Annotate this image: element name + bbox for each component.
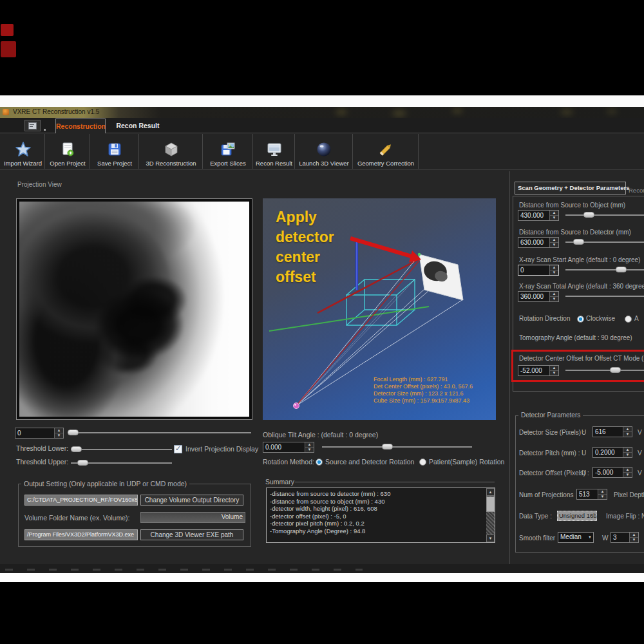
toolbar-button-recon-result[interactable]: Recon Result — [254, 134, 295, 169]
data-type-value-button[interactable]: Unsigned 16b — [557, 511, 597, 521]
change-volume-dir-button[interactable]: Change Volume Output Directory — [140, 495, 243, 506]
detector-size-u-spinner[interactable]: 616 ▲▼ — [592, 426, 632, 437]
smooth-filter-dropdown[interactable]: Median ▼ — [558, 532, 594, 543]
chevron-down-icon: ▼ — [588, 535, 592, 539]
tab-recon-result[interactable]: Recon Result — [106, 118, 170, 133]
change-exe-path-button[interactable]: Change 3D Viewer EXE path — [140, 529, 243, 540]
summary-group-line — [295, 482, 495, 482]
scan-total-angle-spinner[interactable]: 360.000 ▲▼ — [518, 291, 559, 302]
spinner-arrows-icon[interactable]: ▲▼ — [549, 366, 558, 375]
right-panel-tab-recon-partial[interactable]: Recon — [629, 184, 644, 194]
spinner-arrows-icon[interactable]: ▲▼ — [305, 442, 314, 452]
toolbar-label: Save Project — [97, 160, 132, 167]
oblique-tilt-value[interactable]: 0.000 — [263, 442, 305, 452]
oblique-tilt-spinner[interactable]: 0.000 ▲▼ — [263, 442, 314, 453]
rotation-direction-radio-clockwise[interactable] — [577, 316, 584, 323]
rotation-direction-clockwise-label[interactable]: Clockwise — [586, 315, 615, 322]
scene-3d-panel[interactable]: Apply detector center offset Focal Lengt… — [263, 198, 496, 420]
detector-center-offset-spinner[interactable]: -52.000 ▲▼ — [518, 365, 559, 376]
spinner-arrows-icon[interactable]: ▲▼ — [549, 265, 558, 275]
scan-start-angle-thumb[interactable] — [616, 267, 627, 272]
detector-offset-u-value[interactable]: -5.000 — [593, 468, 623, 477]
spinner-arrows-icon[interactable]: ▲▼ — [549, 238, 558, 247]
toolbar-button-export-slices[interactable]: Export Slices — [204, 134, 253, 169]
dist-source-detector-thumb[interactable] — [573, 239, 584, 245]
dist-source-detector-spinner[interactable]: 630.000 ▲▼ — [518, 237, 559, 248]
num-projections-value[interactable]: 513 — [577, 489, 598, 499]
threshold-upper-slider[interactable] — [71, 462, 172, 464]
detector-center-offset-slider[interactable] — [565, 370, 644, 371]
detector-size-u-value[interactable]: 616 — [593, 427, 623, 437]
rotation-method-option2[interactable]: Patient(Sample) Rotation — [429, 458, 504, 466]
rotation-method-radio-source[interactable] — [316, 459, 323, 466]
frame-slider-thumb[interactable] — [68, 430, 79, 435]
dist-source-object-spinner[interactable]: 430.000 ▲▼ — [518, 210, 559, 221]
detector-pitch-u-spinner[interactable]: 0.2000 ▲▼ — [592, 447, 632, 458]
right-panel-tab-scan-geometry[interactable]: Scan Geometry + Detector Parameters — [515, 182, 626, 194]
toolbar-button-launch-3d-viewer[interactable]: Launch 3D Viewer — [296, 134, 353, 169]
dist-source-object-slider[interactable] — [565, 214, 644, 216]
toolbar-button-save-project[interactable]: Save Project — [91, 134, 139, 169]
toolbar-button-open-project[interactable]: Open Project — [46, 134, 90, 169]
frame-number-spinner[interactable]: 0 ▲▼ — [15, 428, 64, 439]
invert-projection-checkbox[interactable] — [174, 445, 182, 453]
spinner-arrows-icon[interactable]: ▲▼ — [598, 489, 607, 499]
smooth-w-spinner[interactable]: 3 ▲▼ — [611, 532, 639, 543]
form-icon — [28, 122, 37, 129]
oblique-tilt-thumb[interactable] — [382, 444, 393, 450]
panel-splitter[interactable] — [509, 171, 510, 571]
toolbar-button-3d-reconstruction[interactable]: 3D Reconstruction — [140, 134, 203, 169]
scan-total-angle-slider[interactable] — [565, 296, 644, 297]
dist-source-object-value[interactable]: 430.000 — [518, 211, 549, 220]
viewer-exe-path-field[interactable]: /Program Files/VX3D2/PlatformVX3D.exe — [24, 529, 138, 540]
detector-center-offset-thumb[interactable] — [610, 367, 621, 373]
spinner-arrows-icon[interactable]: ▲▼ — [54, 428, 63, 438]
open-project-icon — [59, 139, 76, 160]
detector-pitch-u-value[interactable]: 0.2000 — [593, 448, 623, 457]
window-title: VXRE CT Reconstruction v1.5 — [13, 108, 99, 115]
tab-reconstruction[interactable]: Reconstruction — [55, 118, 106, 133]
threshold-lower-thumb[interactable] — [71, 446, 82, 452]
spinner-arrows-icon[interactable]: ▲▼ — [549, 292, 558, 301]
edge-mark-top — [1, 24, 14, 36]
spinner-arrows-icon[interactable]: ▲▼ — [549, 211, 558, 220]
volume-output-dir-field[interactable]: C:/CTDATA_PROJECTION_RF/FOV160x80 — [24, 495, 138, 506]
spinner-arrows-icon[interactable]: ▲▼ — [623, 427, 632, 437]
threshold-upper-thumb[interactable] — [77, 460, 88, 466]
detector-offset-u-spinner[interactable]: -5.000 ▲▼ — [592, 467, 632, 478]
scan-total-angle-value[interactable]: 360.000 — [518, 292, 549, 301]
scroll-thumb[interactable] — [486, 497, 495, 512]
spinner-arrows-icon[interactable]: ▲▼ — [623, 448, 632, 457]
threshold-lower-slider[interactable] — [71, 449, 172, 450]
rotation-direction-anticlockwise-label[interactable]: A — [634, 315, 639, 322]
num-projections-spinner[interactable]: 513 ▲▼ — [576, 489, 607, 500]
rotation-direction-radio-anticlockwise[interactable] — [625, 316, 632, 323]
dist-source-object-thumb[interactable] — [583, 212, 594, 218]
rotation-method-option1[interactable]: Source and Detector Rotation — [325, 458, 414, 466]
scan-start-angle-slider[interactable] — [565, 269, 644, 270]
volume-folder-input[interactable]: Volume — [140, 512, 245, 523]
dist-source-detector-slider[interactable] — [565, 242, 644, 243]
smooth-w-label: W — [602, 535, 608, 542]
frame-number-value[interactable]: 0 — [15, 428, 54, 438]
spinner-arrows-icon[interactable]: ▲▼ — [623, 468, 632, 477]
dist-source-detector-value[interactable]: 630.000 — [518, 238, 549, 247]
scan-start-angle-value[interactable]: 0 — [518, 265, 549, 275]
scroll-down-icon[interactable]: ▼ — [486, 535, 495, 542]
summary-scrollbar[interactable]: ▲ ▼ — [486, 488, 495, 542]
xray-image[interactable] — [19, 202, 249, 417]
spinner-arrows-icon[interactable]: ▲▼ — [629, 533, 638, 542]
frame-slider[interactable] — [68, 432, 251, 433]
rotation-method-radio-patient[interactable] — [419, 459, 426, 466]
scan-start-angle-spinner[interactable]: 0 ▲▼ — [518, 265, 559, 276]
toolbar-button-geometry-correction[interactable]: Geometry Correction — [354, 134, 419, 169]
toolbar-button-import-wizard[interactable]: Import Wizard — [1, 134, 45, 169]
smooth-w-value[interactable]: 3 — [611, 533, 629, 542]
project-tool-button[interactable] — [24, 120, 41, 131]
oblique-tilt-slider[interactable] — [322, 446, 472, 448]
summary-listbox[interactable]: -distance from source to detector (mm) :… — [266, 488, 495, 543]
detector-center-offset-value[interactable]: -52.000 — [518, 366, 549, 375]
scroll-up-icon[interactable]: ▲ — [486, 488, 495, 496]
annotation-line: detector — [276, 227, 334, 247]
detector-pitch-label: Detector Pitch (mm) : — [519, 450, 580, 457]
